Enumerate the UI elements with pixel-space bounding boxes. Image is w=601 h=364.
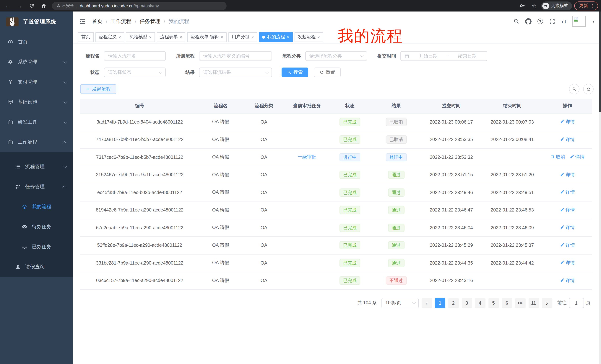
page-size-select[interactable]: 10条/页 <box>381 298 419 308</box>
close-tab-icon[interactable]: × <box>149 35 151 39</box>
status-badge: 已完成 <box>340 136 360 144</box>
reset-button[interactable]: 重置 <box>314 67 341 77</box>
sidebar-item-支付管理[interactable]: ¥支付管理 <box>0 72 73 92</box>
breadcrumb-item[interactable]: 工作流程 <box>111 18 131 25</box>
close-tab-icon[interactable]: × <box>180 35 182 39</box>
detail-action-link[interactable]: 详情 <box>560 242 575 249</box>
search-icon[interactable] <box>513 18 520 25</box>
hide-search-icon[interactable] <box>569 84 580 94</box>
process-definition-input[interactable]: 请输入流程定义的编号 <box>199 51 272 61</box>
pencil-icon <box>560 278 564 284</box>
tab-首页[interactable]: 首页 <box>78 32 94 42</box>
bookmark-star-icon[interactable]: ☆ <box>529 1 539 10</box>
update-button[interactable]: 更新 <box>574 1 598 10</box>
detail-action-link[interactable]: 详情 <box>560 260 575 266</box>
refresh-table-icon[interactable] <box>583 84 594 94</box>
table-row: 819442e8-7b9a-11ec-a290-acde48001122OA 请… <box>80 201 592 219</box>
tab-流程定义[interactable]: 流程定义× <box>95 32 124 42</box>
sidebar-item-待办任务[interactable]: 待办任务 <box>0 217 73 237</box>
sidebar-item-研发工具[interactable]: 研发工具 <box>0 112 73 132</box>
tab-我的流程[interactable]: 我的流程× <box>259 32 292 42</box>
tab-用户分组[interactable]: 用户分组× <box>229 32 257 42</box>
search-button[interactable]: 搜索 <box>281 67 308 77</box>
close-tab-icon[interactable]: × <box>251 35 254 39</box>
security-warning-icon[interactable]: 不安全 <box>56 3 74 9</box>
cell-category: OA <box>242 219 286 237</box>
github-icon[interactable] <box>525 18 531 25</box>
submit-time-range-picker[interactable]: 开始日期 - 结束日期 <box>401 51 487 61</box>
avatar[interactable] <box>572 16 586 27</box>
sidebar-item-工作流程[interactable]: 工作流程 <box>0 132 73 152</box>
page-button-3[interactable]: 3 <box>461 298 472 308</box>
address-bar[interactable]: 不安全 dashboard.yudao.iocoder.cn/bpm/task/… <box>52 2 227 10</box>
goto-page-input[interactable]: 1 <box>569 298 584 308</box>
scrollbar-track[interactable] <box>599 11 601 364</box>
browser-menu-icon[interactable] <box>590 3 595 8</box>
sidebar-item-请假查询[interactable]: 请假查询 <box>0 257 73 277</box>
sidebar-item-首页[interactable]: 首页 <box>0 32 73 52</box>
breadcrumb-item[interactable]: 任务管理 <box>140 18 160 25</box>
result-badge: 处理中 <box>386 153 407 161</box>
tab-流程表单[interactable]: 流程表单× <box>157 32 186 42</box>
detail-action-link[interactable]: 详情 <box>560 225 575 231</box>
cancel-action-link[interactable]: 取消 <box>550 154 565 161</box>
breadcrumb-item[interactable]: 首页 <box>92 18 102 25</box>
detail-action-link[interactable]: 详情 <box>560 136 575 143</box>
detail-action-link[interactable]: 详情 <box>560 189 575 196</box>
start-date-placeholder[interactable]: 开始日期 <box>412 53 444 59</box>
close-tab-icon[interactable]: × <box>287 35 289 39</box>
tab-发起流程[interactable]: 发起流程× <box>294 32 323 42</box>
tab-流程表单-编辑[interactable]: 流程表单-编辑× <box>187 32 227 42</box>
detail-action-link[interactable]: 详情 <box>560 172 575 178</box>
cell-actions: 详情 <box>543 184 592 201</box>
end-date-placeholder[interactable]: 结束日期 <box>451 53 483 59</box>
process-name-input[interactable]: 请输入流程名 <box>104 51 166 61</box>
sidebar-item-label: 首页 <box>18 38 68 45</box>
tab-流程模型[interactable]: 流程模型× <box>126 32 155 42</box>
sidebar-item-系统管理[interactable]: 系统管理 <box>0 52 73 72</box>
sidebar-item-基础设施[interactable]: 基础设施 <box>0 92 73 112</box>
cell-actions: 详情 <box>543 113 592 131</box>
scrollbar-thumb[interactable] <box>599 11 601 112</box>
status-badge: 已完成 <box>340 259 360 267</box>
page-button-11[interactable]: 11 <box>528 298 539 308</box>
key-icon[interactable] <box>517 1 527 10</box>
close-tab-icon[interactable]: × <box>221 35 223 39</box>
page-button-5[interactable]: 5 <box>488 298 499 308</box>
sidebar-item-已办任务[interactable]: 已办任务 <box>0 237 73 257</box>
result-select[interactable]: 请选择流结果 <box>199 67 272 77</box>
detail-action-link[interactable]: 详情 <box>560 119 575 125</box>
category-select[interactable]: 请选择流程分类 <box>305 51 367 61</box>
help-icon[interactable]: ? <box>537 18 543 25</box>
sidebar-item-任务管理[interactable]: 任务管理 <box>0 177 73 197</box>
current-task-link[interactable]: 一级审批 <box>298 154 316 160</box>
back-icon[interactable]: ← <box>3 1 13 10</box>
home-icon[interactable] <box>39 1 48 10</box>
app-logo[interactable]: 芋道管理系统 <box>0 11 73 32</box>
cell-current-task <box>286 272 328 289</box>
page-button-1[interactable]: 1 <box>435 298 445 308</box>
page-button-2[interactable]: 2 <box>448 298 459 308</box>
forward-icon[interactable]: → <box>15 1 25 10</box>
sidebar-item-我的流程[interactable]: 我的流程 <box>0 197 73 217</box>
prev-page-button[interactable]: ‹ <box>421 298 432 308</box>
sidebar-item-流程管理[interactable]: 流程管理 <box>0 152 73 177</box>
fullscreen-icon[interactable] <box>549 18 555 25</box>
next-page-button[interactable]: › <box>542 298 552 308</box>
detail-action-link[interactable]: 详情 <box>570 154 584 161</box>
url-text: dashboard.yudao.iocoder.cn/bpm/task/my <box>80 3 159 8</box>
avatar-dropdown-icon[interactable]: ▼ <box>592 19 595 23</box>
column-header-提交时间: 提交时间 <box>421 99 482 113</box>
close-tab-icon[interactable]: × <box>317 35 320 39</box>
status-select[interactable]: 请选择状态 <box>104 67 166 77</box>
detail-action-link[interactable]: 详情 <box>560 278 575 284</box>
page-button-4[interactable]: 4 <box>475 298 485 308</box>
detail-action-link[interactable]: 详情 <box>560 207 575 213</box>
close-tab-icon[interactable]: × <box>119 35 121 39</box>
font-size-icon[interactable]: тT <box>561 18 567 25</box>
page-button-6[interactable]: 6 <box>502 298 512 308</box>
collapse-sidebar-icon[interactable] <box>79 18 86 25</box>
reload-icon[interactable] <box>27 1 36 10</box>
more-pages-button[interactable]: ••• <box>515 298 525 308</box>
create-process-button[interactable]: 发起流程 <box>80 84 116 94</box>
